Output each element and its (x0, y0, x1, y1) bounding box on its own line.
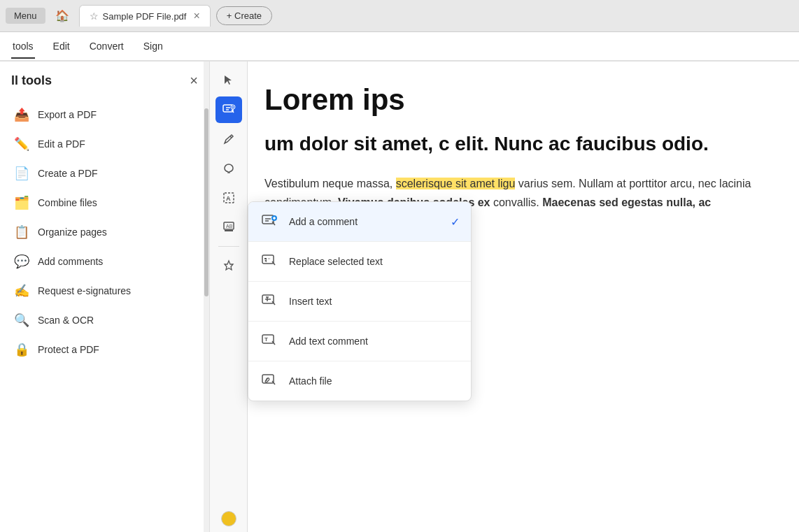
color-picker[interactable] (221, 511, 236, 526)
menu-item-insert-text[interactable]: Insert text (248, 282, 471, 321)
sidebar-title: ll tools (11, 73, 52, 88)
menu-label-replace-text: Replace selected text (289, 256, 383, 267)
toolbar-item-edit[interactable]: Edit (52, 35, 71, 59)
text-select-tool-button[interactable]: A (215, 185, 242, 211)
sidebar-item-comments[interactable]: 💬 Add comments (0, 247, 209, 276)
menu-label-add-comment: Add a comment (289, 216, 358, 227)
export-icon: 📤 (14, 107, 29, 122)
browser-bar: Menu 🏠 ☆ Sample PDF File.pdf × + Create (0, 0, 799, 32)
scan-icon: 🔍 (14, 312, 29, 328)
esign-icon: ✍️ (14, 283, 29, 299)
menu-label-add-text-comment: Add text comment (289, 336, 368, 347)
add-comment-icon (260, 212, 279, 231)
tab-star-icon: ☆ (90, 10, 99, 22)
sidebar-label-comments: Add comments (38, 256, 103, 267)
app-toolbar: tools Edit Convert Sign (0, 32, 799, 62)
pdf-highlight: scelerisque sit amet ligu (396, 178, 516, 189)
browser-tab[interactable]: ☆ Sample PDF File.pdf × (79, 5, 211, 27)
content-area: A AB (210, 62, 799, 532)
combine-icon: 🗂️ (14, 195, 29, 210)
cursor-tool-button[interactable] (215, 67, 242, 94)
dropdown-menu: Add a comment ✓ Replace selected text (248, 201, 472, 401)
toolbar-item-sign[interactable]: Sign (142, 35, 164, 59)
tab-close-icon[interactable]: × (193, 10, 199, 22)
edit-icon: ✏️ (14, 136, 29, 152)
menu-label-insert-text: Insert text (289, 296, 332, 307)
sidebar-item-organize[interactable]: 📋 Organize pages (0, 217, 209, 247)
sidebar-label-esign: Request e-signatures (38, 285, 131, 296)
attach-file-icon (260, 371, 279, 391)
lasso-tool-button[interactable] (215, 155, 242, 182)
sidebar-header: ll tools × (0, 73, 209, 100)
pdf-subheading: um dolor sit amet, c elit. Nunc ac fauci… (264, 131, 782, 157)
sidebar: ll tools × 📤 Export a PDF ✏️ Edit a PDF … (0, 62, 210, 532)
pen-tool-button[interactable] (215, 126, 242, 152)
vertical-toolbar: A AB (210, 62, 248, 532)
pdf-heading: Lorem ips (264, 82, 782, 117)
sidebar-label-organize: Organize pages (38, 227, 107, 238)
comment-tool-button[interactable] (215, 96, 242, 123)
add-text-comment-icon: T (260, 331, 279, 351)
menu-item-attach-file[interactable]: Attach file (248, 361, 471, 401)
menu-button[interactable]: Menu (6, 8, 45, 24)
replace-text-icon (260, 252, 279, 271)
scroll-thumb[interactable] (204, 108, 208, 296)
sidebar-item-esign[interactable]: ✍️ Request e-signatures (0, 276, 209, 305)
sidebar-label-protect: Protect a PDF (38, 344, 99, 355)
sidebar-item-export[interactable]: 📤 Export a PDF (0, 100, 209, 129)
sidebar-item-combine[interactable]: 🗂️ Combine files (0, 188, 209, 217)
main-layout: ll tools × 📤 Export a PDF ✏️ Edit a PDF … (0, 62, 799, 532)
menu-item-replace-text[interactable]: Replace selected text (248, 242, 471, 281)
svg-text:A: A (226, 195, 231, 202)
sidebar-label-scan: Scan & OCR (38, 315, 94, 326)
svg-text:AB: AB (226, 224, 233, 229)
menu-item-add-comment[interactable]: Add a comment ✓ (248, 202, 471, 241)
toolbar-separator (218, 246, 239, 247)
organize-icon: 📋 (14, 224, 29, 240)
svg-text:T: T (264, 336, 268, 343)
sidebar-item-protect[interactable]: 🔒 Protect a PDF (0, 335, 209, 364)
stamp-tool-button[interactable]: AB (215, 214, 242, 240)
menu-item-add-text-comment[interactable]: T Add text comment (248, 322, 471, 361)
create-icon: 📄 (14, 166, 29, 181)
sidebar-item-edit[interactable]: ✏️ Edit a PDF (0, 129, 209, 159)
pdf-bold2: Maecenas sed egestas nulla, ac (542, 196, 711, 208)
insert-text-icon (260, 292, 279, 311)
sidebar-label-edit: Edit a PDF (38, 138, 85, 150)
protect-icon: 🔒 (14, 342, 29, 357)
sidebar-label-export: Export a PDF (38, 109, 97, 120)
create-button[interactable]: + Create (216, 6, 272, 25)
menu-label-attach-file: Attach file (289, 375, 332, 387)
comments-icon: 💬 (14, 254, 29, 269)
sidebar-close-button[interactable]: × (190, 73, 198, 89)
sidebar-item-create[interactable]: 📄 Create a PDF (0, 159, 209, 188)
pin-tool-button[interactable] (215, 252, 242, 279)
menu-checkmark: ✓ (451, 215, 460, 229)
svg-rect-19 (262, 255, 274, 264)
sidebar-label-combine: Combine files (38, 197, 97, 208)
svg-rect-30 (262, 375, 274, 383)
scroll-track (204, 62, 209, 532)
toolbar-item-convert[interactable]: Convert (88, 35, 125, 59)
tab-title: Sample PDF File.pdf (103, 11, 187, 22)
home-button[interactable]: 🏠 (51, 5, 73, 27)
sidebar-item-scan[interactable]: 🔍 Scan & OCR (0, 305, 209, 335)
sidebar-label-create: Create a PDF (38, 168, 98, 179)
toolbar-item-tools[interactable]: tools (11, 35, 35, 59)
